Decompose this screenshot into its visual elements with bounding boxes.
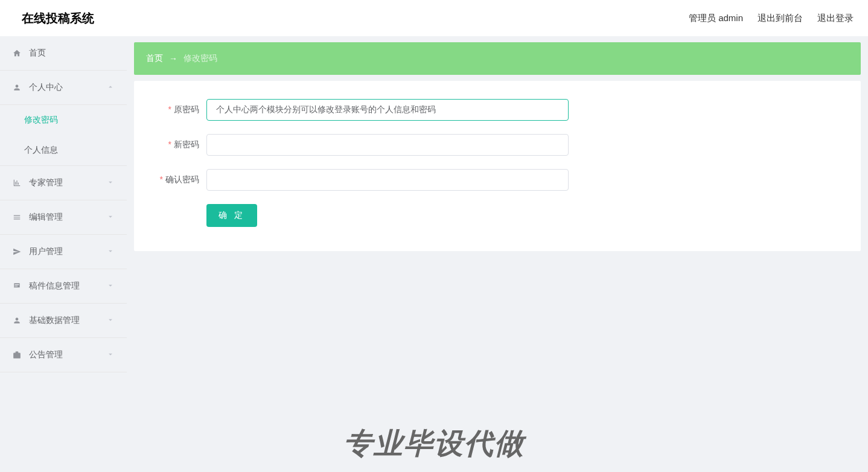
breadcrumb-separator: → bbox=[169, 54, 177, 63]
chart-icon bbox=[12, 178, 22, 188]
breadcrumb-home[interactable]: 首页 bbox=[146, 53, 163, 64]
sidebar-item-expert[interactable]: 专家管理 bbox=[0, 166, 127, 200]
old-password-input[interactable] bbox=[206, 99, 569, 121]
form-row-new-password: *新密码 bbox=[146, 134, 849, 156]
sidebar-label: 稿件信息管理 bbox=[29, 281, 80, 292]
submenu-personal: 修改密码 个人信息 bbox=[0, 105, 127, 166]
form-row-confirm-password: *确认密码 bbox=[146, 169, 849, 191]
sidebar-item-user[interactable]: 用户管理 bbox=[0, 235, 127, 269]
breadcrumb: 首页 → 修改密码 bbox=[134, 42, 861, 75]
send-icon bbox=[12, 247, 22, 257]
chevron-down-icon bbox=[106, 350, 115, 360]
briefcase-icon bbox=[12, 350, 22, 360]
sidebar-item-home[interactable]: 首页 bbox=[0, 36, 127, 71]
chevron-down-icon bbox=[106, 178, 115, 188]
message-icon bbox=[12, 281, 22, 291]
user-icon bbox=[12, 83, 22, 92]
chevron-up-icon bbox=[106, 83, 115, 93]
chevron-down-icon bbox=[106, 316, 115, 326]
required-mark: * bbox=[168, 104, 171, 114]
form-panel: *原密码 *新密码 *确认密码 确 定 bbox=[134, 81, 861, 251]
new-password-label: *新密码 bbox=[146, 139, 206, 150]
admin-label[interactable]: 管理员 admin bbox=[689, 13, 743, 24]
sidebar: 首页 个人中心 修改密码 个人信息 专家管理 bbox=[0, 36, 127, 472]
home-icon bbox=[12, 48, 22, 58]
header: 在线投稿系统 管理员 admin 退出到前台 退出登录 bbox=[0, 0, 868, 36]
sidebar-item-notice[interactable]: 公告管理 bbox=[0, 338, 127, 372]
new-password-input[interactable] bbox=[206, 134, 569, 156]
person-icon bbox=[12, 316, 22, 325]
old-password-label: *原密码 bbox=[146, 104, 206, 115]
confirm-password-input[interactable] bbox=[206, 169, 569, 191]
form-row-old-password: *原密码 bbox=[146, 99, 849, 121]
chevron-down-icon bbox=[106, 281, 115, 292]
chevron-down-icon bbox=[106, 247, 115, 257]
container: 首页 个人中心 修改密码 个人信息 专家管理 bbox=[0, 36, 868, 472]
logout-link[interactable]: 退出登录 bbox=[817, 13, 854, 24]
sidebar-subitem-personal-info[interactable]: 个人信息 bbox=[0, 135, 127, 165]
submit-button[interactable]: 确 定 bbox=[206, 204, 257, 227]
sidebar-label: 用户管理 bbox=[29, 246, 63, 257]
header-actions: 管理员 admin 退出到前台 退出登录 bbox=[689, 13, 854, 24]
sidebar-item-personal[interactable]: 个人中心 bbox=[0, 71, 127, 105]
sidebar-label: 首页 bbox=[29, 48, 46, 59]
sidebar-item-basedata[interactable]: 基础数据管理 bbox=[0, 304, 127, 338]
main-content: 首页 → 修改密码 *原密码 *新密码 *确认密码 bbox=[127, 36, 868, 472]
chevron-down-icon bbox=[106, 212, 115, 223]
sidebar-label: 个人中心 bbox=[29, 82, 63, 93]
required-mark: * bbox=[168, 139, 171, 149]
breadcrumb-current: 修改密码 bbox=[183, 53, 217, 64]
sidebar-item-manuscript[interactable]: 稿件信息管理 bbox=[0, 269, 127, 304]
sidebar-label: 专家管理 bbox=[29, 177, 63, 188]
exit-front-link[interactable]: 退出到前台 bbox=[758, 13, 803, 24]
confirm-password-label: *确认密码 bbox=[146, 174, 206, 185]
settings-icon bbox=[12, 212, 22, 222]
required-mark: * bbox=[160, 174, 163, 184]
sidebar-subitem-change-password[interactable]: 修改密码 bbox=[0, 105, 127, 135]
watermark: 专业毕设代做 bbox=[343, 424, 525, 463]
sidebar-label: 基础数据管理 bbox=[29, 315, 80, 326]
sidebar-label: 编辑管理 bbox=[29, 212, 63, 223]
sidebar-item-edit[interactable]: 编辑管理 bbox=[0, 200, 127, 235]
app-logo: 在线投稿系统 bbox=[14, 10, 94, 27]
sidebar-label: 公告管理 bbox=[29, 349, 63, 360]
